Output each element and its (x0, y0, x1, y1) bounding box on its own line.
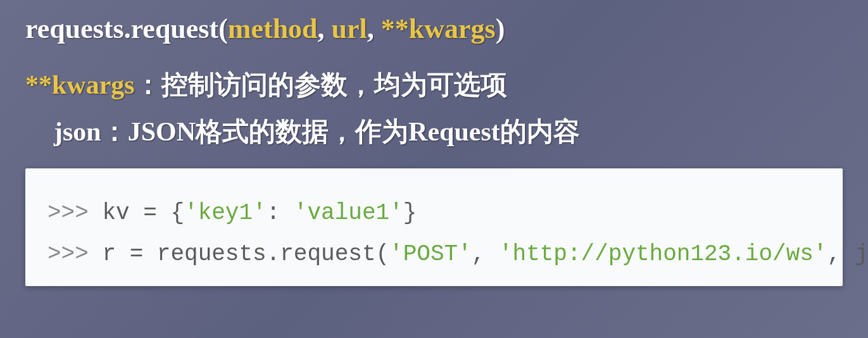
json-label: json： (54, 117, 128, 146)
signature-arg-kwargs: **kwargs (381, 13, 496, 44)
code-text: } (403, 200, 417, 226)
kwargs-description: **kwargs：控制访问的参数，均为可选项 (25, 67, 843, 103)
kwargs-colon: ： (135, 70, 161, 99)
signature-prefix: requests.request( (25, 13, 228, 44)
signature-arg-url: url (332, 13, 367, 44)
code-line-1: >>> kv = {'key1': 'value1'} (47, 200, 821, 226)
code-text: kv = { (102, 200, 184, 226)
json-param-description: json：JSON格式的数据，作为Request的内容 (25, 114, 843, 149)
repl-prompt: >>> (47, 241, 102, 267)
signature-arg-method: method (228, 13, 318, 44)
signature-sep2: , (367, 13, 381, 44)
code-text: , (472, 241, 499, 267)
code-text: r = requests.request( (102, 241, 389, 267)
signature-suffix: ) (496, 13, 505, 44)
function-signature: requests.request(method, url, **kwargs) (25, 13, 843, 45)
code-string: 'key1' (184, 200, 267, 226)
kwargs-text: 控制访问的参数，均为可选项 (161, 70, 507, 99)
code-line-2: >>> r = requests.request('POST', 'http:/… (47, 241, 821, 267)
code-example-block: >>> kv = {'key1': 'value1'} >>> r = requ… (25, 168, 843, 286)
repl-prompt: >>> (47, 200, 102, 226)
code-string: 'http://python123.io/ws' (499, 241, 827, 267)
code-string: 'POST' (389, 241, 472, 267)
code-text: : (267, 200, 294, 226)
kwargs-keyword: **kwargs (25, 70, 135, 99)
signature-sep1: , (318, 13, 332, 44)
code-string: 'value1' (294, 200, 403, 226)
code-text: , json=kv) (827, 241, 868, 267)
json-text: JSON格式的数据，作为Request的内容 (128, 117, 580, 146)
